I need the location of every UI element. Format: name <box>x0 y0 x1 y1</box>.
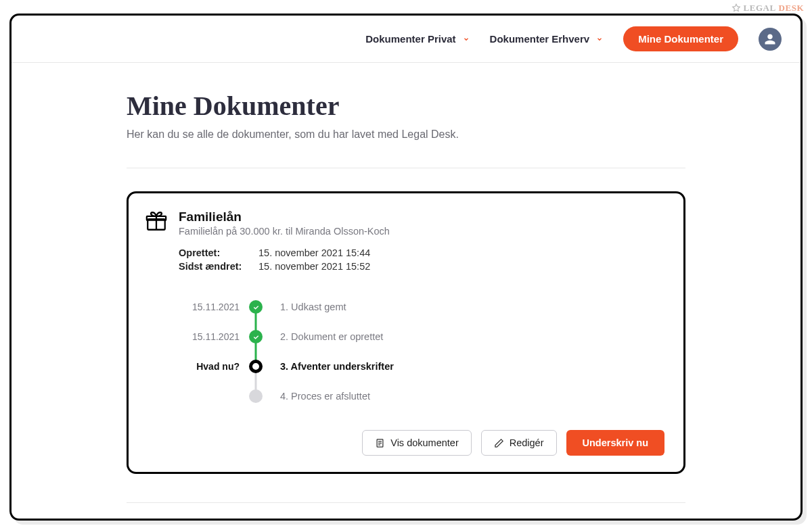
nav-dokumenter-erhverv[interactable]: Dokumenter Erhverv <box>490 33 604 45</box>
button-label: Vis dokumenter <box>390 437 458 448</box>
document-title: Familielån <box>179 210 390 224</box>
timeline-label: 2. Dokument er oprettet <box>269 331 383 342</box>
current-step-icon <box>249 360 263 373</box>
chevron-down-icon <box>463 36 470 43</box>
check-icon <box>249 330 263 343</box>
timeline-date: 15.11.2021 <box>179 331 242 342</box>
page-title: Mine Dokumenter <box>127 90 685 122</box>
nav-label: Dokumenter Privat <box>365 33 455 45</box>
chevron-down-icon <box>596 36 603 43</box>
meta-created-value: 15. november 2021 15:44 <box>258 247 370 258</box>
document-header: Familielån Familielån på 30.000 kr. til … <box>145 210 664 237</box>
timeline-label: 1. Udkast gemt <box>269 302 346 312</box>
gift-icon <box>145 210 168 235</box>
meta-modified-value: 15. november 2021 15:52 <box>258 261 370 272</box>
pending-step-icon <box>249 389 263 403</box>
sign-now-button[interactable]: Underskriv nu <box>566 430 665 456</box>
top-nav: Dokumenter Privat Dokumenter Erhverv Min… <box>12 16 800 63</box>
timeline: 15.11.2021 1. Udkast gemt 15.11.2021 <box>179 292 664 411</box>
timeline-date: 15.11.2021 <box>179 302 242 312</box>
card-actions: Vis dokumenter Redigér Underskriv nu <box>145 430 664 456</box>
document-subtitle: Familielån på 30.000 kr. til Miranda Ols… <box>179 226 390 237</box>
app-window: Dokumenter Privat Dokumenter Erhverv Min… <box>9 14 803 521</box>
button-label: Redigér <box>510 437 544 448</box>
nav-dokumenter-privat[interactable]: Dokumenter Privat <box>365 33 469 45</box>
edit-button[interactable]: Redigér <box>481 430 557 456</box>
timeline-step-1: 15.11.2021 1. Udkast gemt <box>179 292 664 322</box>
divider <box>127 502 685 503</box>
pencil-icon <box>494 438 504 448</box>
page-body: Mine Dokumenter Her kan du se alle de do… <box>12 63 800 503</box>
timeline-step-4: 4. Proces er afsluttet <box>179 381 664 411</box>
check-icon <box>249 300 263 314</box>
timeline-step-3: Hvad nu? 3. Afventer underskrifter <box>179 352 664 381</box>
timeline-label: 3. Afventer underskrifter <box>269 361 394 372</box>
divider <box>127 168 685 168</box>
meta-created-label: Oprettet: <box>179 247 246 258</box>
user-icon <box>763 32 777 46</box>
timeline-step-2: 15.11.2021 2. Dokument er oprettet <box>179 322 664 352</box>
document-meta: Oprettet: 15. november 2021 15:44 Sidst … <box>179 247 664 272</box>
watermark-logo: LEGALDESK <box>731 3 804 14</box>
view-documents-button[interactable]: Vis dokumenter <box>362 430 471 456</box>
meta-modified-label: Sidst ændret: <box>179 261 246 272</box>
profile-avatar[interactable] <box>759 28 782 51</box>
nav-label: Dokumenter Erhverv <box>490 33 590 45</box>
mine-dokumenter-button[interactable]: Mine Dokumenter <box>623 26 738 51</box>
timeline-label: 4. Proces er afsluttet <box>269 391 370 402</box>
timeline-date: Hvad nu? <box>179 361 242 372</box>
document-icon <box>375 438 385 448</box>
document-card: Familielån Familielån på 30.000 kr. til … <box>127 191 685 474</box>
page-subtitle: Her kan du se alle de dokumenter, som du… <box>127 128 685 141</box>
